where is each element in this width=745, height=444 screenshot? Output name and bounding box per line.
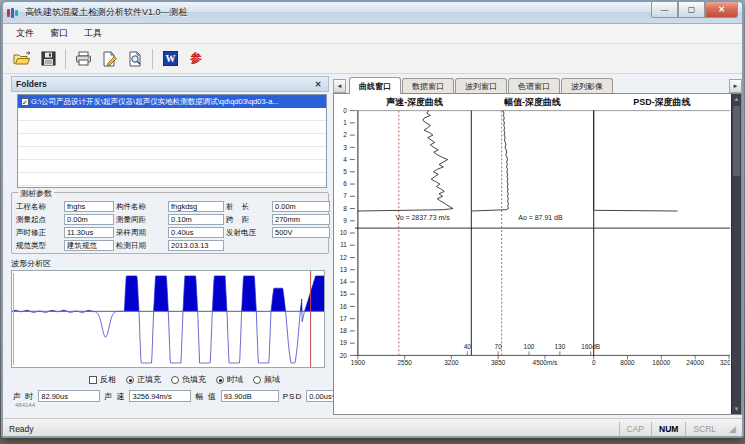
param-input-6[interactable]	[64, 227, 114, 238]
print-preview-button[interactable]	[122, 47, 148, 71]
svg-text:40: 40	[464, 343, 472, 350]
folders-panel-header[interactable]: Folders ✕	[11, 76, 329, 92]
print-preview-icon	[128, 51, 143, 67]
waveform-options-row: 反相正填充负填充时域频域	[89, 374, 329, 385]
chart-panel: ◄ 曲线窗口数据窗口波列窗口色谱窗口波列影像 ► 012345678910111…	[333, 76, 742, 416]
svg-text:0: 0	[343, 107, 347, 114]
tab-scroll-left-button[interactable]: ◄	[333, 79, 346, 93]
close-button[interactable]: ✕	[705, 1, 738, 18]
svg-text:2: 2	[343, 131, 347, 138]
chart-1-annotation: Ao = 87.91 dB	[518, 214, 563, 221]
readout-input-0[interactable]	[38, 390, 100, 402]
param-label-10: 检测日期	[116, 241, 166, 251]
domain-radio-0[interactable]	[216, 376, 224, 384]
svg-text:7: 7	[343, 192, 347, 199]
domain-option-label-0: 时域	[227, 374, 243, 385]
param-label-9: 规范类型	[16, 241, 62, 251]
scroll-up-arrow[interactable]: ▲	[732, 94, 741, 104]
svg-text:32000: 32000	[720, 359, 730, 366]
param-input-7[interactable]	[168, 227, 224, 238]
fill-radio-0[interactable]	[126, 376, 134, 384]
svg-text:0: 0	[592, 359, 596, 366]
svg-text:160dB: 160dB	[581, 343, 600, 350]
domain-option-1[interactable]: 频域	[253, 374, 280, 385]
svg-text:12: 12	[340, 254, 348, 261]
folder-item-checkbox[interactable]: ✓	[21, 98, 29, 106]
readout-input-1[interactable]	[129, 390, 191, 402]
param-input-5[interactable]	[272, 214, 330, 225]
tab-1[interactable]: 数据窗口	[402, 78, 454, 93]
tab-2[interactable]: 波列窗口	[455, 78, 507, 93]
maximize-button[interactable]: ▢	[678, 1, 705, 18]
readout-input-2[interactable]	[221, 390, 279, 402]
scroll-down-arrow[interactable]: ▼	[732, 404, 741, 414]
folder-list[interactable]: ✓ G:\公司产品设计开发\超声仪器\超声仪实地检测数据调试\qd\qd03\q…	[17, 94, 327, 188]
open-file-button[interactable]	[9, 47, 35, 71]
vertical-scrollbar[interactable]: ▲ ▼	[731, 94, 741, 414]
clipped-text: 484144	[15, 402, 329, 407]
menu-item-2[interactable]: 工具	[77, 25, 109, 42]
svg-text:1: 1	[343, 119, 347, 126]
readout-label-3: PSD	[283, 392, 302, 401]
param-input-8[interactable]	[272, 227, 330, 238]
param-label-3: 测量起点	[16, 215, 62, 225]
domain-option-label-1: 频域	[264, 374, 280, 385]
param-label-8: 发射电压	[226, 228, 270, 238]
save-button[interactable]	[35, 47, 61, 71]
domain-radio-1[interactable]	[253, 376, 261, 384]
parameters-icon: 参	[190, 50, 202, 67]
svg-text:3200: 3200	[444, 359, 459, 366]
invert-option[interactable]: 反相	[89, 374, 116, 385]
chart-0-title: 声速-深度曲线	[385, 97, 443, 107]
svg-text:17: 17	[340, 315, 348, 322]
param-input-3[interactable]	[64, 214, 114, 225]
resize-grip[interactable]: ◢	[729, 424, 736, 434]
menu-item-0[interactable]: 文件	[9, 25, 41, 42]
scrollbar-thumb[interactable]	[733, 106, 740, 176]
svg-text:16000: 16000	[652, 359, 670, 366]
param-input-10[interactable]	[168, 240, 224, 251]
titlebar[interactable]: 高铁建筑混凝土检测分析软件V1.0—测桩 — ▢ ✕	[3, 2, 742, 24]
menu-item-1[interactable]: 窗口	[43, 25, 75, 42]
minimize-button[interactable]: —	[651, 1, 678, 18]
param-input-4[interactable]	[168, 214, 224, 225]
app-icon	[7, 7, 21, 19]
fill-option-0[interactable]: 正填充	[126, 374, 161, 385]
svg-text:1900: 1900	[351, 359, 366, 366]
status-cell-num: NUM	[651, 422, 685, 436]
param-input-0[interactable]	[64, 201, 114, 212]
chart-area[interactable]: 01234567891011121314151617181920声速-深度曲线1…	[333, 93, 742, 415]
menu-bar: 文件窗口工具	[3, 24, 742, 44]
status-cell-cap: CAP	[619, 422, 651, 436]
parameters-button[interactable]: 参	[183, 47, 209, 71]
domain-option-0[interactable]: 时域	[216, 374, 243, 385]
param-input-1[interactable]	[168, 201, 224, 212]
invert-checkbox[interactable]	[89, 376, 97, 384]
tab-0[interactable]: 曲线窗口	[349, 77, 401, 94]
open-folder-icon	[13, 51, 31, 67]
svg-text:14: 14	[340, 278, 348, 285]
close-icon: ✕	[718, 5, 725, 14]
pile-params-title: 测桩参数	[18, 188, 54, 199]
psd-depth-curve	[594, 111, 678, 211]
fill-option-1[interactable]: 负填充	[171, 374, 206, 385]
tab-3[interactable]: 色谱窗口	[508, 78, 560, 93]
status-bar: Ready CAPNUMSCRL ◢	[3, 418, 742, 438]
close-folders-button[interactable]: ✕	[312, 80, 324, 89]
fill-radio-1[interactable]	[171, 376, 179, 384]
svg-text:5: 5	[343, 168, 347, 175]
tab-scroll-right-button[interactable]: ►	[729, 79, 742, 93]
folder-item[interactable]: ✓ G:\公司产品设计开发\超声仪器\超声仪实地检测数据调试\qd\qd03\q…	[18, 95, 326, 108]
export-word-button[interactable]: W	[157, 47, 183, 71]
save-floppy-icon	[41, 51, 56, 66]
print-button[interactable]	[70, 47, 96, 71]
param-input-2[interactable]	[272, 201, 330, 212]
pile-params-group: 测桩参数 工程名称构件名称桩 长测量起点测量间距跨 距声时修正采样周期发射电压规…	[11, 192, 329, 254]
param-input-9[interactable]	[64, 240, 114, 251]
svg-text:8000: 8000	[620, 359, 635, 366]
report-edit-button[interactable]	[96, 47, 122, 71]
tab-4[interactable]: 波列影像	[561, 78, 613, 93]
waveform-plot[interactable]	[11, 270, 325, 368]
svg-text:6: 6	[343, 180, 347, 187]
toolbar-separator	[65, 49, 66, 69]
